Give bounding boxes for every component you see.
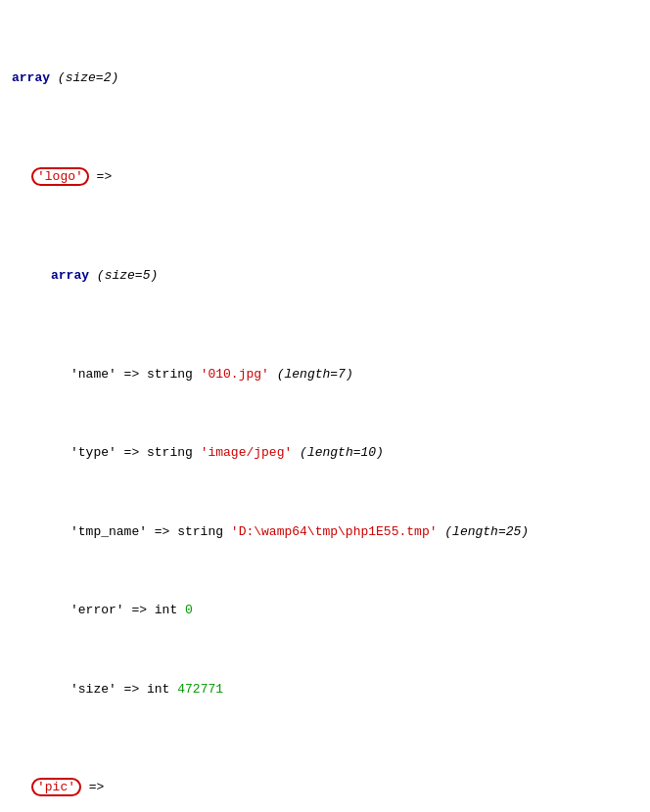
size-2: (size=2)	[58, 70, 118, 85]
line-logo-type: 'type' => string 'image/jpeg' (length=10…	[12, 443, 638, 463]
kw-array: array	[12, 70, 50, 85]
meta-logo-name: (length=7)	[277, 367, 353, 382]
line-pic-key: 'pic' =>	[12, 778, 638, 797]
line-logo-array: array (size=5)	[12, 266, 638, 286]
meta-logo-tmpname: (length=25)	[444, 524, 529, 539]
key-logo-tmpname: 'tmp_name'	[70, 524, 147, 539]
line-logo-error: 'error' => int 0	[12, 601, 638, 620]
line-logo-key: 'logo' =>	[12, 167, 638, 187]
key-logo-name: 'name'	[70, 367, 116, 382]
val-logo-name: '010.jpg'	[201, 367, 269, 382]
val-logo-tmpname: 'D:\wamp64\tmp\php1E55.tmp'	[231, 524, 438, 539]
meta-logo-type: (length=10)	[300, 445, 384, 460]
val-logo-type: 'image/jpeg'	[201, 445, 293, 460]
val-logo-size: 472771	[177, 682, 223, 697]
key-logo-size: 'size'	[70, 682, 116, 697]
line-logo-size: 'size' => int 472771	[12, 680, 638, 699]
line-logo-name: 'name' => string '010.jpg' (length=7)	[12, 365, 638, 384]
line-logo-tmpname: 'tmp_name' => string 'D:\wamp64\tmp\php1…	[12, 522, 638, 542]
pic-key-highlight: 'pic'	[31, 778, 81, 796]
logo-size: (size=5)	[97, 268, 158, 283]
logo-key-highlight: 'logo'	[31, 167, 89, 186]
code-output: array (size=2) 'logo' => array (size=5) …	[12, 10, 638, 812]
key-logo-type: 'type'	[70, 445, 116, 460]
kw-array-logo: array	[51, 268, 89, 283]
line-1: array (size=2)	[12, 68, 638, 88]
val-logo-error: 0	[185, 603, 193, 617]
key-logo-error: 'error'	[70, 603, 124, 617]
